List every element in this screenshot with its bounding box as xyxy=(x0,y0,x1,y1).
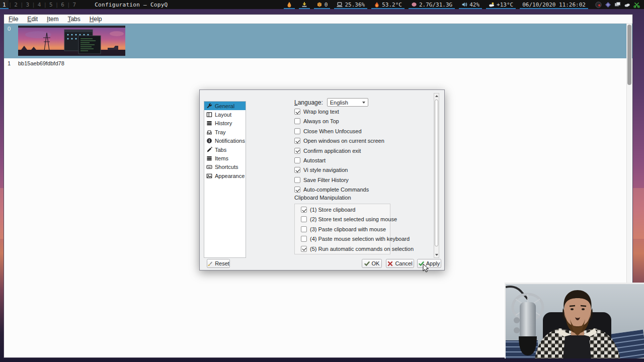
workspace-separator: | xyxy=(9,0,12,9)
checkbox-unchecked[interactable] xyxy=(294,128,300,134)
workspace-button[interactable]: 4 xyxy=(35,0,44,9)
info-icon xyxy=(206,138,212,144)
option-row[interactable]: Confirm application exit xyxy=(294,148,361,154)
clipboard-row[interactable]: 0 xyxy=(4,24,632,58)
scroll-down-icon[interactable] xyxy=(435,254,438,256)
option-label: Always on Top xyxy=(303,118,339,124)
checkbox-unchecked[interactable] xyxy=(301,236,307,242)
category-label: Layout xyxy=(215,112,231,118)
cancel-button[interactable]: Cancel xyxy=(386,259,414,268)
menu-bar: FileEditItemTabsHelp xyxy=(4,15,632,24)
checkbox-checked[interactable] xyxy=(301,246,307,252)
checkbox-unchecked[interactable] xyxy=(294,118,300,124)
category-general[interactable]: General xyxy=(204,102,246,110)
category-label: Tray xyxy=(215,129,226,135)
checkbox-checked[interactable] xyxy=(294,109,300,115)
workspace-button[interactable]: 3 xyxy=(24,0,32,9)
stat-volume: 42% xyxy=(457,0,484,9)
option-row[interactable]: (4) Paste mouse selection with keyboard xyxy=(301,236,410,242)
workspace-button[interactable]: 2 xyxy=(12,0,20,9)
clipboard-row[interactable]: 1bb15aeb69fdbfd78 xyxy=(4,58,632,66)
checkbox-checked[interactable] xyxy=(294,138,300,144)
option-row[interactable]: Wrap long text xyxy=(294,109,339,115)
window-scrollbar-thumb[interactable] xyxy=(627,25,631,85)
workspace-button[interactable]: 5 xyxy=(47,0,55,9)
checkbox-checked[interactable] xyxy=(294,148,300,154)
webcam-video xyxy=(506,284,644,358)
option-row[interactable]: (3) Paste clipboard with mouse xyxy=(301,226,386,232)
option-label: Confirm application exit xyxy=(303,148,361,154)
option-label: Autostart xyxy=(303,157,326,163)
option-row[interactable]: Open windows on current screen xyxy=(294,138,384,144)
keyboard-icon xyxy=(206,164,212,170)
category-layout[interactable]: Layout xyxy=(204,110,246,119)
category-items[interactable]: Items xyxy=(204,154,246,162)
download-icon xyxy=(301,2,307,8)
menu-help[interactable]: Help xyxy=(85,15,107,23)
focused-window-title: Configuration — CopyQ xyxy=(95,0,168,9)
stat-weather: +13°C xyxy=(484,0,518,9)
checkbox-unchecked[interactable] xyxy=(294,177,300,183)
layout-icon xyxy=(206,112,212,118)
option-row[interactable]: Close When Unfocused xyxy=(294,128,362,134)
checkbox-unchecked[interactable] xyxy=(301,216,307,222)
package-icon xyxy=(316,2,323,8)
windows-icon[interactable] xyxy=(614,2,621,8)
option-row[interactable]: Save Filter History xyxy=(294,177,349,183)
option-row[interactable]: (1) Store clipboard xyxy=(301,207,356,213)
dialog-scrollbar-thumb[interactable] xyxy=(435,100,438,246)
clipboard-image-thumbnail xyxy=(18,26,125,56)
workspace-button[interactable]: 7 xyxy=(70,0,79,9)
category-label: Items xyxy=(215,155,228,161)
category-shortcuts[interactable]: Shortcuts xyxy=(204,163,246,171)
language-select[interactable]: English xyxy=(327,98,368,107)
category-tray[interactable]: Tray xyxy=(204,128,246,136)
workspace-button[interactable]: 1 xyxy=(0,0,9,9)
menu-file[interactable]: File xyxy=(4,15,23,23)
apply-button[interactable]: Apply xyxy=(417,259,441,268)
option-row[interactable]: Always on Top xyxy=(294,118,339,124)
checkbox-checked[interactable] xyxy=(294,167,300,173)
clipboard-manipulation-label: Clipboard Manipulation xyxy=(294,195,351,201)
menu-tabs[interactable]: Tabs xyxy=(63,15,85,23)
table-icon xyxy=(206,120,212,126)
record-icon[interactable] xyxy=(595,2,602,8)
stat-memory: 2.7G/31.3G xyxy=(407,0,457,9)
volume-icon xyxy=(461,2,467,8)
menu-item[interactable]: Item xyxy=(42,15,63,23)
category-tabs[interactable]: Tabs xyxy=(204,145,246,154)
ok-button[interactable]: OK xyxy=(362,259,382,268)
option-row[interactable]: (2) Store text selected using mouse xyxy=(301,216,397,222)
checkbox-checked[interactable] xyxy=(294,187,300,193)
option-row[interactable]: (5) Run automatic commands on selection xyxy=(301,246,414,252)
memory-icon xyxy=(411,2,417,8)
language-row: Language: English xyxy=(294,98,368,107)
workspace-separator: | xyxy=(20,0,24,9)
vault-icon[interactable] xyxy=(605,2,611,8)
option-label: Vi style navigation xyxy=(303,167,348,173)
workspace-button[interactable]: 6 xyxy=(58,0,67,9)
scroll-up-icon[interactable] xyxy=(435,95,438,97)
category-notifications[interactable]: Notifications xyxy=(204,137,246,145)
category-appearance[interactable]: Appearance xyxy=(204,171,246,180)
checkbox-unchecked[interactable] xyxy=(301,226,307,232)
option-row[interactable]: Auto-complete Commands xyxy=(294,187,369,193)
cloud-icon[interactable] xyxy=(624,2,630,8)
weather-icon xyxy=(489,2,495,8)
reset-button[interactable]: Reset xyxy=(207,259,230,268)
ok-check-icon xyxy=(364,261,370,266)
category-history[interactable]: History xyxy=(204,119,246,128)
option-row[interactable]: Autostart xyxy=(294,157,326,163)
row-number: 0 xyxy=(4,24,18,58)
dialog-scrollbar[interactable] xyxy=(434,93,439,258)
option-row[interactable]: Vi style navigation xyxy=(294,167,348,173)
option-label: (1) Store clipboard xyxy=(310,207,356,213)
stat-package: 0 xyxy=(312,0,333,9)
language-value: English xyxy=(330,100,348,106)
option-label: (5) Run automatic commands on selection xyxy=(310,246,414,252)
workspace-switcher: 1|2|3|4|5|6|7 xyxy=(0,0,78,9)
scissors-icon[interactable] xyxy=(633,2,640,8)
checkbox-checked[interactable] xyxy=(301,207,307,213)
menu-edit[interactable]: Edit xyxy=(23,15,42,23)
checkbox-unchecked[interactable] xyxy=(294,157,300,163)
